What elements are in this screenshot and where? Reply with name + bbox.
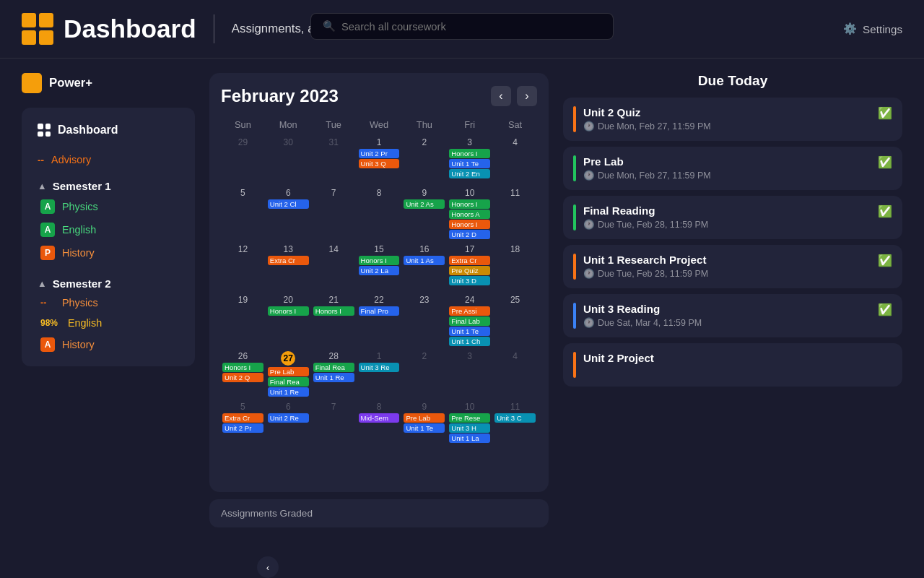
calendar-event[interactable]: Unit 2 En [449,169,490,178]
calendar-cell[interactable]: 15Honors IUnit 2 La [357,243,401,292]
sidebar-item-english-s1[interactable]: A English [30,218,186,241]
calendar-cell[interactable]: 9Unit 2 As [402,186,446,241]
calendar-cell[interactable]: 6Unit 2 Cl [266,186,310,241]
due-card[interactable]: Pre Lab🕐Due Mon, Feb 27, 11:59 PM✅ [563,147,902,190]
calendar-cell[interactable]: 16Unit 1 As [402,243,446,292]
calendar-cell[interactable]: 8 [357,186,401,241]
calendar-event[interactable]: Unit 1 Ch [449,337,490,346]
calendar-cell[interactable]: 7 [312,186,356,241]
calendar-cell[interactable]: 2 [402,136,446,185]
calendar-cell[interactable]: 10Pre ReseUnit 3 HUnit 1 La [448,400,492,449]
calendar-cell[interactable]: 31 [312,136,356,185]
calendar-cell[interactable]: 9Pre LabUnit 1 Te [402,400,446,449]
calendar-event[interactable]: Pre Rese [449,413,490,423]
calendar-cell[interactable]: 11 [493,186,537,241]
calendar-event[interactable]: Unit 3 D [449,276,490,285]
due-card[interactable]: Unit 3 Reading🕐Due Sat, Mar 4, 11:59 PM✅ [563,294,902,337]
calendar-cell[interactable]: 7 [312,400,356,449]
checked-icon[interactable]: ✅ [878,254,892,267]
search-input[interactable] [341,21,601,33]
checked-icon[interactable]: ✅ [878,303,892,316]
calendar-next-button[interactable]: › [517,86,537,106]
calendar-event[interactable]: Extra Cr [268,256,309,265]
sidebar-item-dashboard[interactable]: Dashboard [30,118,186,142]
sidebar-item-advisory[interactable]: -- Advisory [30,150,186,170]
calendar-cell[interactable]: 18 [493,243,537,292]
calendar-event[interactable]: Unit 3 H [449,423,490,433]
calendar-cell[interactable]: 8Mid-Sem [357,400,401,449]
calendar-cell[interactable]: 11Unit 3 C [493,400,537,449]
settings-button[interactable]: ⚙️ Settings [843,22,902,35]
calendar-cell[interactable]: 2 [402,350,446,399]
calendar-cell[interactable]: 29 [221,136,265,185]
due-card[interactable]: Final Reading🕐Due Tue, Feb 28, 11:59 PM✅ [563,196,902,239]
calendar-event[interactable]: Mid-Sem [359,413,400,423]
calendar-event[interactable]: Honors I [313,306,354,316]
calendar-event[interactable]: Honors I [449,199,490,209]
calendar-cell[interactable]: 3Honors IUnit 1 TeUnit 2 En [448,136,492,185]
sidebar-item-physics-s1[interactable]: A Physics [30,195,186,218]
checked-icon[interactable]: ✅ [878,204,892,218]
calendar-event[interactable]: Unit 2 Q [222,373,263,382]
calendar-event[interactable]: Pre Lab [268,367,309,376]
calendar-event[interactable]: Honors I [268,306,309,316]
calendar-event[interactable]: Unit 2 La [359,266,400,275]
calendar-cell[interactable]: 20Honors I [266,293,310,348]
calendar-event[interactable]: Final Rea [313,363,354,372]
calendar-event[interactable]: Unit 2 Re [268,413,309,423]
calendar-event[interactable]: Honors I [222,363,263,372]
calendar-cell[interactable]: 13Extra Cr [266,243,310,292]
calendar-event[interactable]: Unit 2 Pr [222,423,263,433]
calendar-cell[interactable]: 1Unit 3 Re [357,350,401,399]
calendar-cell[interactable]: 27Pre LabFinal ReaUnit 1 Re [266,350,310,399]
calendar-event[interactable]: Unit 1 Re [313,373,354,382]
due-card[interactable]: Unit 1 Research Project🕐Due Tue, Feb 28,… [563,245,902,288]
checked-icon[interactable]: ✅ [878,155,892,169]
due-card[interactable]: Unit 2 Quiz🕐Due Mon, Feb 27, 11:59 PM✅ [563,98,902,141]
calendar-cell[interactable]: 3 [448,350,492,399]
calendar-cell[interactable]: 24Pre AssiFinal LabUnit 1 TeUnit 1 Ch [448,293,492,348]
calendar-event[interactable]: Extra Cr [449,256,490,265]
due-card[interactable]: Unit 2 Project [563,343,902,387]
calendar-event[interactable]: Unit 2 Cl [268,199,309,209]
calendar-cell[interactable]: 19 [221,293,265,348]
calendar-event[interactable]: Pre Lab [404,413,445,423]
calendar-event[interactable]: Unit 1 As [404,256,445,265]
sidebar-item-physics-s2[interactable]: -- Physics [30,293,186,313]
calendar-cell[interactable]: 23 [402,293,446,348]
calendar-event[interactable]: Honors I [359,256,400,265]
calendar-event[interactable]: Unit 1 Re [268,387,309,397]
calendar-cell[interactable]: 26Honors IUnit 2 Q [221,350,265,399]
calendar-cell[interactable]: 22Final Pro [357,293,401,348]
calendar-event[interactable]: Unit 1 Te [449,327,490,336]
calendar-event[interactable]: Final Lab [449,316,490,326]
checked-icon[interactable]: ✅ [878,106,892,120]
calendar-event[interactable]: Unit 1 Te [449,159,490,168]
calendar-event[interactable]: Pre Assi [449,306,490,316]
calendar-event[interactable]: Final Pro [359,306,400,316]
calendar-cell[interactable]: 10Honors IHonors AHonors IUnit 2 D [448,186,492,241]
calendar-event[interactable]: Unit 2 D [449,230,490,239]
calendar-event[interactable]: Pre Quiz [449,266,490,275]
calendar-event[interactable]: Unit 3 C [494,413,536,423]
calendar-event[interactable]: Honors I [449,220,490,229]
calendar-event[interactable]: Unit 3 Q [359,159,400,168]
calendar-cell[interactable]: 12 [221,243,265,292]
calendar-cell[interactable]: 30 [266,136,310,185]
calendar-event[interactable]: Unit 2 Pr [359,149,400,158]
sidebar-item-english-s2[interactable]: 98% English [30,313,186,333]
calendar-cell[interactable]: 21Honors I [312,293,356,348]
calendar-cell[interactable]: 4 [493,136,537,185]
calendar-cell[interactable]: 17Extra CrPre QuizUnit 3 D [448,243,492,292]
calendar-event[interactable]: Unit 1 La [449,434,490,443]
calendar-cell[interactable]: 25 [493,293,537,348]
calendar-event[interactable]: Honors I [449,149,490,158]
sidebar-toggle-button[interactable]: ‹ [257,556,279,578]
sidebar-item-history-s2[interactable]: A History [30,333,186,356]
sidebar-item-history-s1[interactable]: P History [30,241,186,264]
calendar-event[interactable]: Unit 3 Re [359,363,400,372]
calendar-event[interactable]: Unit 2 As [404,199,445,209]
calendar-cell[interactable]: 4 [493,350,537,399]
calendar-cell[interactable]: 5 [221,186,265,241]
calendar-cell[interactable]: 28Final ReaUnit 1 Re [312,350,356,399]
